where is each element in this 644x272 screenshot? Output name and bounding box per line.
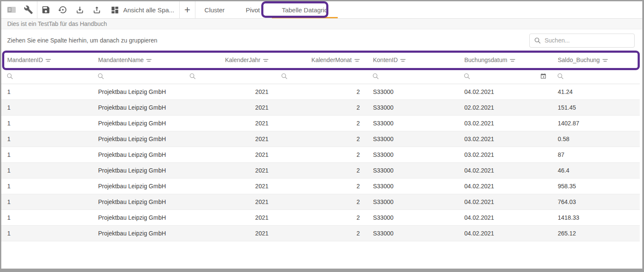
cell-saldo-buchung: 87 xyxy=(552,147,640,162)
cell-kontenid: S33000 xyxy=(367,84,458,99)
column-header-mandantenname[interactable]: MandantenName xyxy=(92,51,184,68)
search-box[interactable] xyxy=(529,34,635,48)
cell-mandantenid: 1 xyxy=(1,147,92,162)
cell-mandantenid: 1 xyxy=(1,226,92,241)
column-header-saldo-buchung[interactable]: Saldo_Buchung xyxy=(552,51,640,68)
restore-history-icon xyxy=(58,5,68,14)
table-row[interactable]: 1Projektbau Leipzig GmbH20212S3300004.02… xyxy=(1,210,640,226)
column-header-kontenid[interactable]: KontenID xyxy=(367,51,458,68)
save-icon xyxy=(41,5,51,14)
save-button[interactable] xyxy=(37,1,54,18)
column-header-kalenderjahr[interactable]: KalenderJahr xyxy=(184,51,276,68)
download-button[interactable] xyxy=(71,1,88,18)
cell-mandantenid: 1 xyxy=(1,116,92,131)
filter-cell-kalendermonat[interactable] xyxy=(276,68,367,84)
cell-kalendermonat: 2 xyxy=(276,84,367,99)
upload-button[interactable] xyxy=(88,1,105,18)
column-header-label: Buchungsdatum xyxy=(464,57,507,63)
search-icon[interactable] xyxy=(463,73,471,80)
cell-kontenid: S33000 xyxy=(367,163,458,178)
column-filter-icon[interactable] xyxy=(146,59,152,62)
cell-mandantenid: 1 xyxy=(1,131,92,147)
search-icon[interactable] xyxy=(97,73,105,80)
column-header-mandantenid[interactable]: MandantenID xyxy=(1,51,92,68)
table-row[interactable]: 1Projektbau Leipzig GmbH20212S3300004.02… xyxy=(1,84,640,100)
column-header-kalendermonat[interactable]: KalenderMonat xyxy=(276,51,367,68)
cell-kontenid: S33000 xyxy=(367,147,458,162)
header-row: MandantenIDMandantenNameKalenderJahrKale… xyxy=(1,51,640,68)
cell-kalenderjahr: 2021 xyxy=(184,210,276,225)
tab-pivot[interactable]: Pivot xyxy=(234,1,272,18)
column-filter-icon[interactable] xyxy=(602,59,608,62)
column-filter-icon[interactable] xyxy=(400,59,406,62)
datagrid: MandantenIDMandantenNameKalenderJahrKale… xyxy=(1,51,640,241)
cell-mandantenname: Projektbau Leipzig GmbH xyxy=(92,194,184,210)
cell-buchungsdatum: 03.02.2021 xyxy=(458,116,552,131)
view-columns-icon xyxy=(110,6,119,14)
view-all-columns-label: Ansicht alle Spa... xyxy=(123,6,174,14)
app-window: Ansicht alle Spa... + ClusterPivotTabell… xyxy=(0,0,644,272)
tab-bar: ClusterPivotTabelle Datagrid xyxy=(195,1,338,18)
calendar-icon[interactable] xyxy=(540,73,547,79)
column-header-buchungsdatum[interactable]: Buchungsdatum xyxy=(458,51,552,68)
restore-button[interactable] xyxy=(54,1,71,18)
table-row[interactable]: 1Projektbau Leipzig GmbH20212S3300003.02… xyxy=(1,131,640,147)
cell-saldo-buchung: 958.35 xyxy=(552,178,640,194)
tab-tabelle-datagrid[interactable]: Tabelle Datagrid xyxy=(272,1,338,18)
cell-buchungsdatum: 03.02.2021 xyxy=(458,131,552,147)
filter-cell-buchungsdatum[interactable] xyxy=(458,68,552,84)
search-icon[interactable] xyxy=(557,73,564,80)
cell-kontenid: S33000 xyxy=(367,226,458,241)
table-row[interactable]: 1Projektbau Leipzig GmbH20212S3300004.02… xyxy=(1,194,640,210)
filter-cell-saldo-buchung[interactable] xyxy=(552,68,640,84)
cell-mandantenid: 1 xyxy=(1,210,92,225)
table-row[interactable]: 1Projektbau Leipzig GmbH20212S3300004.02… xyxy=(1,178,640,194)
settings-button[interactable] xyxy=(20,1,37,18)
group-panel-text: Ziehen Sie eine Spalte hierhin, um danac… xyxy=(7,37,157,44)
upload-icon xyxy=(92,5,102,14)
column-filter-icon[interactable] xyxy=(510,59,515,62)
filter-row xyxy=(1,68,640,84)
filter-cell-mandantenid[interactable] xyxy=(1,68,92,84)
search-icon[interactable] xyxy=(189,73,196,80)
cell-mandantenid: 1 xyxy=(1,84,92,99)
cell-kalenderjahr: 2021 xyxy=(184,100,276,115)
cell-kalendermonat: 2 xyxy=(276,226,367,241)
table-row[interactable]: 1Projektbau Leipzig GmbH20212S3300002.02… xyxy=(1,100,640,116)
cell-buchungsdatum: 04.02.2021 xyxy=(458,178,552,194)
search-icon[interactable] xyxy=(372,73,379,80)
cell-kalendermonat: 2 xyxy=(276,210,367,225)
toolbar: Ansicht alle Spa... + ClusterPivotTabell… xyxy=(1,1,642,19)
column-header-label: Saldo_Buchung xyxy=(558,57,600,63)
column-filter-icon[interactable] xyxy=(354,59,360,62)
table-row[interactable]: 1Projektbau Leipzig GmbH20212S3300004.02… xyxy=(1,163,640,178)
cell-mandantenname: Projektbau Leipzig GmbH xyxy=(92,178,184,194)
cell-kalenderjahr: 2021 xyxy=(184,194,276,210)
table-row[interactable]: 1Projektbau Leipzig GmbH20212S3300004.02… xyxy=(1,226,640,241)
column-filter-icon[interactable] xyxy=(263,59,268,62)
filter-cell-kalenderjahr[interactable] xyxy=(184,68,276,84)
cell-kalendermonat: 2 xyxy=(276,194,367,210)
search-icon[interactable] xyxy=(281,73,288,80)
cell-buchungsdatum: 02.02.2021 xyxy=(458,100,552,115)
filter-cell-mandantenname[interactable] xyxy=(92,68,184,84)
cell-kalenderjahr: 2021 xyxy=(184,84,276,99)
group-panel[interactable]: Ziehen Sie eine Spalte hierhin, um danac… xyxy=(1,29,642,51)
cell-kalendermonat: 2 xyxy=(276,147,367,162)
search-input[interactable] xyxy=(545,37,630,44)
filter-cell-kontenid[interactable] xyxy=(367,68,458,84)
add-tab-button[interactable]: + xyxy=(180,1,195,18)
column-filter-icon[interactable] xyxy=(45,59,51,62)
search-icon[interactable] xyxy=(6,73,14,80)
cell-mandantenname: Projektbau Leipzig GmbH xyxy=(92,100,184,115)
panel-toggle-button[interactable] xyxy=(3,1,20,18)
cell-saldo-buchung: 1402.87 xyxy=(552,116,640,131)
cell-mandantenid: 1 xyxy=(1,194,92,210)
cell-kalenderjahr: 2021 xyxy=(184,131,276,147)
cell-kontenid: S33000 xyxy=(367,210,458,225)
table-row[interactable]: 1Projektbau Leipzig GmbH20212S3300003.02… xyxy=(1,147,640,163)
cell-kontenid: S33000 xyxy=(367,116,458,131)
table-row[interactable]: 1Projektbau Leipzig GmbH20212S3300003.02… xyxy=(1,116,640,131)
tab-cluster[interactable]: Cluster xyxy=(195,1,234,18)
view-all-columns-button[interactable]: Ansicht alle Spa... xyxy=(105,1,179,18)
